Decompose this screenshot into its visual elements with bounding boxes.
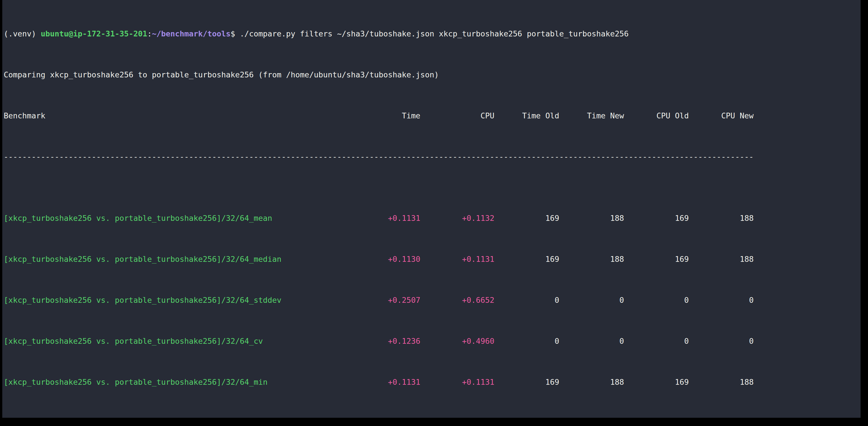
prompt-colon: :	[147, 29, 152, 38]
venv-prefix: (.venv)	[4, 29, 41, 38]
cpu-delta: +0.1132	[420, 214, 494, 223]
command-line: (.venv) ubuntu@ip-172-31-35-201:~/benchm…	[4, 29, 861, 39]
benchmark-name: [xkcp_turboshake256 vs. portable_turbosh…	[4, 214, 346, 223]
benchmark-name: [xkcp_turboshake256 vs. portable_turbosh…	[4, 255, 346, 263]
cpu-delta: +0.4960	[420, 337, 494, 346]
table-header-line: Benchmark Time CPU Time Old Time New CPU…	[4, 111, 861, 121]
cpu-new: 188	[689, 255, 754, 263]
command-text: ./compare.py filters ~/sha3/tuboshake.js…	[240, 29, 628, 38]
time-old: 169	[494, 378, 559, 387]
time-new: 0	[559, 337, 624, 346]
time-old: 169	[494, 214, 559, 223]
benchmark-name: [xkcp_turboshake256 vs. portable_turbosh…	[4, 337, 346, 346]
time-delta: +0.2507	[346, 296, 420, 304]
time-delta: +0.1131	[346, 378, 420, 387]
benchmark-name: [xkcp_turboshake256 vs. portable_turbosh…	[4, 296, 346, 304]
table-row: [xkcp_turboshake256 vs. portable_turbosh…	[4, 336, 861, 346]
time-old: 169	[494, 255, 559, 263]
cpu-old: 0	[624, 337, 689, 346]
prompt-sigil: $	[231, 29, 240, 38]
time-new: 0	[559, 296, 624, 304]
time-old: 0	[494, 296, 559, 304]
prompt-path: ~/benchmark/tools	[152, 29, 230, 38]
cpu-old: 169	[624, 214, 689, 223]
cpu-delta: +0.6652	[420, 296, 494, 304]
table-row: [xkcp_turboshake256 vs. portable_turbosh…	[4, 295, 861, 305]
cpu-delta: +0.1131	[420, 255, 494, 263]
cpu-new: 0	[689, 337, 754, 346]
benchmark-name: [xkcp_turboshake256 vs. portable_turbosh…	[4, 378, 346, 387]
terminal-content: (.venv) ubuntu@ip-172-31-35-201:~/benchm…	[2, 0, 861, 418]
time-new: 188	[559, 255, 624, 263]
prompt-user-host: ubuntu@ip-172-31-35-201	[41, 29, 147, 38]
cpu-delta: +0.1131	[420, 378, 494, 387]
time-delta: +0.1130	[346, 255, 420, 263]
cpu-old: 0	[624, 296, 689, 304]
table-separator: ----------------------------------------…	[4, 152, 861, 162]
cpu-old: 169	[624, 255, 689, 263]
time-old: 0	[494, 337, 559, 346]
time-new: 188	[559, 214, 624, 223]
cpu-old: 169	[624, 378, 689, 387]
benchmark-table: [xkcp_turboshake256 vs. portable_turbosh…	[4, 193, 861, 418]
comparing-line: Comparing xkcp_turboshake256 to portable…	[4, 70, 861, 80]
terminal-window[interactable]: (.venv) ubuntu@ip-172-31-35-201:~/benchm…	[2, 0, 861, 418]
time-delta: +0.1131	[346, 214, 420, 223]
cpu-new: 188	[689, 378, 754, 387]
cpu-new: 188	[689, 214, 754, 223]
time-new: 188	[559, 378, 624, 387]
table-row: [xkcp_turboshake256 vs. portable_turbosh…	[4, 213, 861, 223]
table-row: [xkcp_turboshake256 vs. portable_turbosh…	[4, 377, 861, 387]
cpu-new: 0	[689, 296, 754, 304]
time-delta: +0.1236	[346, 337, 420, 346]
table-row: [xkcp_turboshake256 vs. portable_turbosh…	[4, 254, 861, 264]
